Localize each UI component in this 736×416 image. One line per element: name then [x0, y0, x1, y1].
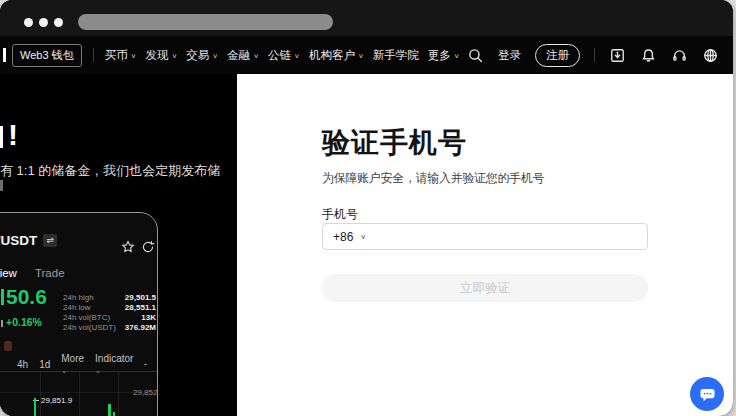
candlestick-settings-icon[interactable]: [144, 359, 147, 370]
chevron-down-icon: ∨: [360, 233, 366, 241]
nav-item-label: 交易: [186, 48, 209, 63]
main-navbar: Web3 钱包 买币 ∨ 发现 ∨ 交易 ∨ 金融 ∨ 公链 ∨: [0, 36, 733, 74]
phone-input[interactable]: +86 ∨: [322, 223, 648, 250]
hero-heading: !: [8, 118, 18, 152]
nav-item-chain[interactable]: 公链 ∨: [268, 48, 300, 63]
chevron-down-icon: ∨: [253, 51, 259, 58]
tab-trade[interactable]: Trade: [35, 267, 65, 279]
gridline: [40, 372, 41, 416]
stat-value: 28,551.1: [125, 304, 156, 312]
stat-label: 24h high: [63, 294, 94, 302]
refresh-icon[interactable]: [141, 240, 155, 254]
verify-phone-panel: 验证手机号 为保障账户安全，请输入并验证您的手机号 手机号 +86 ∨ 立即验证: [237, 74, 733, 416]
widget-tabs: Overview Trade: [0, 267, 65, 279]
candlestick: [108, 404, 111, 416]
nav-divider: [594, 48, 595, 62]
chart-price-label-left: 29,851.9: [41, 396, 72, 405]
nav-item-discover[interactable]: 发现 ∨: [145, 48, 177, 63]
page-title: 验证手机号: [322, 124, 467, 162]
hero-panel: ! 有 1:1 的储备金，我们也会定期发布储 BTC/USDT ⇌ Overvi…: [0, 74, 237, 416]
nav-item-institutional[interactable]: 机构客户 ∨: [309, 48, 364, 63]
nav-items: 买币 ∨ 发现 ∨ 交易 ∨ 金融 ∨ 公链 ∨ 机构客户 ∨: [105, 48, 460, 63]
browser-window: Web3 钱包 买币 ∨ 发现 ∨ 交易 ∨ 金融 ∨ 公链 ∨: [0, 0, 733, 416]
search-icon[interactable]: [467, 47, 484, 64]
page-content: ! 有 1:1 的储备金，我们也会定期发布储 BTC/USDT ⇌ Overvi…: [0, 74, 733, 416]
stat-label: 24h low: [63, 304, 91, 312]
nav-item-more[interactable]: 更多 ∨: [428, 48, 460, 63]
indicator-label: Indicator: [95, 353, 133, 364]
stat-row: 24h low 28,551.1: [63, 304, 156, 312]
nav-item-label: 更多: [428, 48, 451, 63]
hot-badge-fragment: [4, 341, 12, 351]
maximize-window-button[interactable]: [54, 18, 63, 27]
stat-value: 13K: [141, 314, 156, 322]
hero-paragraph: 有 1:1 的储备金，我们也会定期发布储: [0, 162, 228, 180]
chevron-down-icon: ∨: [454, 51, 460, 58]
clipped-change-fragment: [1, 320, 3, 327]
stat-row: 24h vol(BTC) 13K: [63, 314, 156, 322]
favorite-star-icon[interactable]: [121, 240, 135, 254]
candlestick: [34, 398, 36, 416]
last-price: 50.6: [6, 285, 47, 309]
page-subtitle: 为保障账户安全，请输入并验证您的手机号: [322, 170, 544, 187]
gridline: [118, 372, 119, 416]
language-globe-icon[interactable]: [702, 47, 719, 64]
nav-right-group: 登录 注册: [467, 44, 719, 67]
more-label: More: [61, 353, 84, 364]
stat-row: 24h vol(USDT) 376.92M: [63, 324, 156, 332]
chevron-down-icon: ∨: [294, 51, 300, 58]
login-link[interactable]: 登录: [498, 48, 521, 63]
stat-row: 24h high 29,501.5: [63, 294, 156, 302]
tab-overview[interactable]: Overview: [0, 267, 17, 279]
ticker-stats: 24h high 29,501.5 24h low 28,551.1 24h v…: [63, 294, 156, 332]
notifications-bell-icon[interactable]: [640, 47, 657, 64]
price-change-percent: +0.16%: [6, 316, 42, 328]
country-code-selector[interactable]: +86: [333, 230, 353, 244]
chevron-down-icon: ∨: [358, 51, 364, 58]
mini-chart[interactable]: 29,852.3 29,851.9: [0, 371, 157, 416]
clipped-text-fragment: [0, 180, 3, 191]
nav-item-academy[interactable]: 新手学院: [373, 48, 419, 63]
nav-item-label: 机构客户: [309, 48, 355, 63]
chevron-down-icon: ∨: [171, 51, 177, 58]
logo-fragment: [3, 48, 6, 62]
nav-item-label: 金融: [227, 48, 250, 63]
address-bar[interactable]: [78, 14, 333, 30]
traffic-lights[interactable]: [24, 18, 63, 27]
stat-value: 376.92M: [125, 324, 156, 332]
register-button[interactable]: 注册: [535, 44, 580, 67]
interval-4h[interactable]: 4h: [17, 359, 28, 370]
nav-divider: [93, 48, 94, 62]
browser-chrome: [0, 0, 733, 36]
nav-item-label: 公链: [268, 48, 291, 63]
market-widget-card: BTC/USDT ⇌ Overview Trade 50.6 +0.16%: [0, 212, 158, 416]
support-chat-button[interactable]: [690, 377, 724, 411]
nav-item-label: 买币: [105, 48, 128, 63]
chevron-down-icon: ∨: [131, 51, 137, 58]
pair-name[interactable]: BTC/USDT: [0, 233, 37, 248]
candlestick: [113, 412, 115, 416]
nav-item-web3-wallet[interactable]: Web3 钱包: [12, 44, 82, 67]
clipped-heading-fragment: [0, 126, 3, 148]
nav-item-buy[interactable]: 买币 ∨: [105, 48, 137, 63]
gridline: [79, 372, 80, 416]
swap-icon[interactable]: ⇌: [43, 234, 57, 247]
nav-item-finance[interactable]: 金融 ∨: [227, 48, 259, 63]
minimize-window-button[interactable]: [39, 18, 48, 27]
nav-item-label: 发现: [145, 48, 168, 63]
close-window-button[interactable]: [24, 18, 33, 27]
clipped-price-fragment: [1, 289, 4, 305]
interval-1d[interactable]: 1d: [39, 359, 50, 370]
nav-item-trade[interactable]: 交易 ∨: [186, 48, 218, 63]
chart-price-label-right: 29,852.3: [133, 388, 158, 397]
pair-row: BTC/USDT ⇌: [0, 233, 57, 248]
phone-field-label: 手机号: [322, 206, 358, 223]
chevron-down-icon: ∨: [212, 51, 218, 58]
chat-bubble-icon: [698, 385, 717, 404]
download-app-icon[interactable]: [609, 47, 626, 64]
stat-value: 29,501.5: [125, 294, 156, 302]
verify-now-button[interactable]: 立即验证: [322, 274, 648, 302]
support-headset-icon[interactable]: [671, 47, 688, 64]
nav-item-label: 新手学院: [373, 48, 419, 63]
stat-label: 24h vol(USDT): [63, 324, 116, 332]
